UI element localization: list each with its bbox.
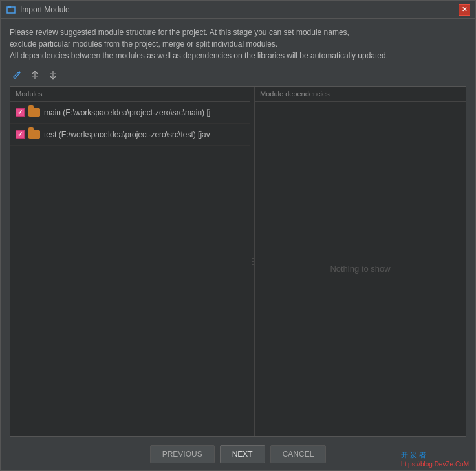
desc-line3: All dependencies between the modules as … xyxy=(10,50,466,61)
panel-divider[interactable]: ⋮ xyxy=(250,87,255,436)
module-checkbox-1[interactable]: ✓ xyxy=(16,108,25,117)
folder-icon xyxy=(28,130,40,139)
module-label-2: test (E:\workspaceIdea\project-zero\src\… xyxy=(44,130,210,139)
svg-rect-1 xyxy=(8,6,11,8)
merge-button[interactable] xyxy=(28,69,42,81)
watermark: 开 发 者 https://blog.DevZe.CoM xyxy=(401,450,469,468)
description-text: Please review suggested module structure… xyxy=(10,27,466,61)
folder-icon xyxy=(28,108,40,117)
svg-rect-0 xyxy=(7,7,15,13)
desc-line2: exclude particular modules from the proj… xyxy=(10,38,466,50)
title-bar: Import Module ✕ xyxy=(1,1,475,19)
list-item[interactable]: ✓ test (E:\workspaceIdea\project-zero\sr… xyxy=(10,124,250,146)
watermark-main: 开 发 者 xyxy=(401,451,426,459)
import-module-window: Import Module ✕ Please review suggested … xyxy=(0,0,476,471)
split-panel: Modules ✓ main (E:\workspaceIdea\project… xyxy=(10,86,466,437)
dependencies-panel: Module dependencies Nothing to show xyxy=(255,87,466,436)
next-button[interactable]: NEXT xyxy=(220,445,265,463)
watermark-sub: https://blog.DevZe.CoM xyxy=(401,461,469,468)
window-icon xyxy=(6,5,16,15)
modules-toolbar xyxy=(10,69,466,81)
cancel-button[interactable]: CANCEL xyxy=(270,445,327,463)
modules-panel: Modules ✓ main (E:\workspaceIdea\project… xyxy=(10,87,250,436)
modules-list: ✓ main (E:\workspaceIdea\project-zero\sr… xyxy=(10,102,250,436)
module-label-1: main (E:\workspaceIdea\project-zero\src\… xyxy=(44,108,210,117)
list-item[interactable]: ✓ main (E:\workspaceIdea\project-zero\sr… xyxy=(10,102,250,124)
modules-header: Modules xyxy=(10,87,250,102)
desc-line1: Please review suggested module structure… xyxy=(10,27,466,38)
module-checkbox-2[interactable]: ✓ xyxy=(16,130,25,139)
previous-button[interactable]: PREVIOUS xyxy=(150,445,215,463)
nothing-to-show-text: Nothing to show xyxy=(330,264,390,274)
dependencies-content: Nothing to show xyxy=(255,102,466,436)
window-title: Import Module xyxy=(20,5,459,14)
split-button[interactable] xyxy=(46,69,60,81)
main-content: Please review suggested module structure… xyxy=(1,19,475,437)
edit-button[interactable] xyxy=(10,69,24,81)
dependencies-header: Module dependencies xyxy=(255,87,466,102)
dialog-footer: PREVIOUS NEXT CANCEL 开 发 者 https://blog.… xyxy=(1,437,475,470)
close-button[interactable]: ✕ xyxy=(459,4,470,16)
